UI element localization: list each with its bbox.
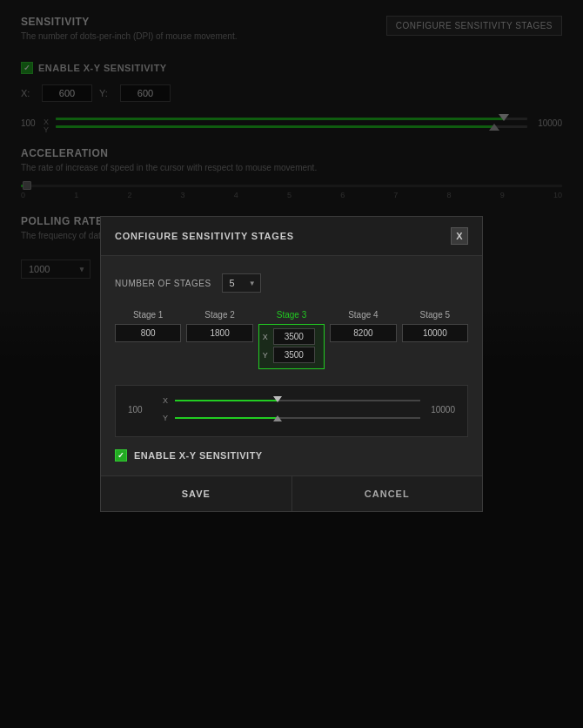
stage-3-x-input[interactable] — [273, 328, 315, 345]
modal-x-label: X — [163, 396, 170, 405]
modal-y-label: Y — [163, 414, 170, 422]
stage-2-box: Stage 2 — [186, 310, 252, 369]
modal-overlay: CONFIGURE SENSITIVITY STAGES X NUMBER OF… — [0, 0, 583, 728]
stage-3-y-input[interactable] — [273, 347, 315, 363]
stage-2-input[interactable] — [186, 324, 252, 342]
modal-body: NUMBER OF STAGES 1 2 3 4 5 Stage 1 — [101, 256, 482, 462]
modal-enable-xy-label: ENABLE X-Y SENSITIVITY — [134, 450, 263, 461]
stage-2-label: Stage 2 — [204, 310, 234, 320]
stage-3-active-box: X Y — [258, 324, 325, 369]
stage-4-box: Stage 4 — [330, 310, 396, 369]
stages-label: NUMBER OF STAGES — [115, 279, 211, 288]
stages-select-wrap: 1 2 3 4 5 — [222, 273, 261, 293]
modal-x-track-container[interactable] — [175, 400, 420, 401]
stage-1-input[interactable] — [115, 324, 181, 342]
modal-slider-track-wrap[interactable]: X Y — [163, 396, 420, 422]
modal-slider-row: 100 X — [128, 396, 455, 422]
modal-enable-xy-row: ENABLE X-Y SENSITIVITY — [115, 449, 468, 462]
stage-5-input[interactable] — [402, 324, 468, 342]
cancel-button[interactable]: CANCEL — [292, 476, 483, 511]
stage-4-input[interactable] — [330, 324, 396, 342]
stage-3-box: Stage 3 X Y — [258, 310, 325, 369]
modal-slider-wrap: 100 X — [115, 385, 468, 437]
modal-enable-xy-checkbox[interactable] — [115, 449, 127, 462]
modal-title: CONFIGURE SENSITIVITY STAGES — [115, 231, 294, 241]
modal-footer: SAVE CANCEL — [101, 475, 482, 511]
modal-x-slider-row: X — [163, 396, 420, 405]
save-button[interactable]: SAVE — [101, 476, 292, 511]
stage-3-x-row: X — [263, 328, 320, 345]
stage-3-label: Stage 3 — [277, 310, 306, 320]
stage-1-label: Stage 1 — [133, 310, 163, 320]
modal-y-slider-track[interactable] — [175, 417, 420, 419]
stages-grid: Stage 1 Stage 2 Stage 3 X — [115, 310, 468, 369]
stages-row: NUMBER OF STAGES 1 2 3 4 5 — [115, 273, 468, 293]
stage-5-box: Stage 5 — [402, 310, 468, 369]
modal: CONFIGURE SENSITIVITY STAGES X NUMBER OF… — [100, 216, 483, 512]
modal-close-button[interactable]: X — [451, 227, 468, 245]
modal-slider-min: 100 — [128, 405, 156, 415]
modal-slider-max: 10000 — [427, 405, 455, 415]
stage-3-x-label: X — [263, 333, 271, 341]
modal-y-track-container[interactable] — [175, 417, 420, 419]
modal-header: CONFIGURE SENSITIVITY STAGES X — [101, 217, 482, 256]
modal-y-slider-row: Y — [163, 414, 420, 422]
modal-x-slider-track[interactable] — [175, 400, 420, 401]
stages-select[interactable]: 1 2 3 4 5 — [222, 273, 261, 293]
stage-1-box: Stage 1 — [115, 310, 181, 369]
stage-4-label: Stage 4 — [348, 310, 378, 320]
stage-3-y-row: Y — [263, 347, 320, 363]
stage-5-label: Stage 5 — [420, 310, 450, 320]
stage-3-y-label: Y — [263, 351, 271, 360]
